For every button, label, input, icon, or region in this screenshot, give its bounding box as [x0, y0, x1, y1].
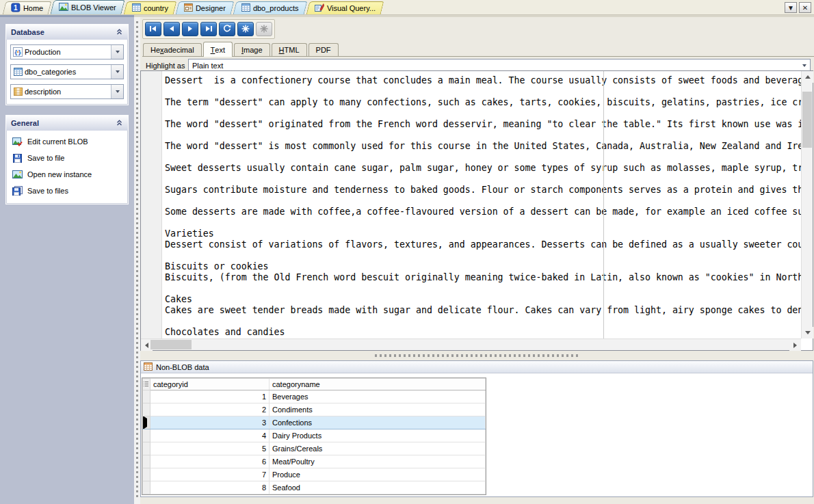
cell-categoryid[interactable]: 3	[150, 416, 270, 429]
grid-corner-cell[interactable]	[143, 379, 150, 390]
table-icon	[11, 68, 25, 76]
editor-line	[165, 283, 801, 294]
row-selector[interactable]	[143, 403, 150, 416]
table-row-condiments[interactable]: 2Condiments	[143, 403, 486, 416]
combo-description[interactable]: description	[10, 84, 124, 99]
panel-splitter[interactable]	[140, 351, 814, 360]
editor-line: Cakes are sweet tender breads made with …	[165, 305, 801, 316]
horizontal-scroll-thumb[interactable]	[150, 340, 192, 349]
window-close-button[interactable]: ✕	[799, 2, 811, 13]
blob-text-editor[interactable]: Dessert is a confectionery course that c…	[163, 71, 801, 339]
combo-production[interactable]: {}Production	[10, 44, 124, 59]
window-tab-country[interactable]: country	[124, 1, 177, 14]
general-panel-header[interactable]: General	[6, 116, 128, 131]
field-icon	[11, 88, 25, 96]
home-tab-icon: 1	[11, 3, 21, 14]
cell-categoryname[interactable]: Beverages	[270, 390, 486, 403]
table-row-produce[interactable]: 7Produce	[143, 468, 486, 481]
next-record-button[interactable]	[182, 22, 198, 36]
window-tab-home[interactable]: 1Home	[3, 1, 52, 14]
vertical-scroll-thumb[interactable]	[802, 92, 812, 148]
scroll-down-icon[interactable]	[802, 327, 813, 339]
save-file-icon	[12, 154, 23, 163]
row-selector[interactable]	[143, 468, 150, 481]
viewer-tab-html[interactable]: HTML	[272, 43, 307, 56]
cell-categoryid[interactable]: 6	[150, 455, 270, 468]
cell-categoryname[interactable]: Confections	[270, 416, 486, 429]
vertical-scrollbar[interactable]	[801, 71, 813, 339]
table-row-confections[interactable]: 3Confections	[143, 416, 486, 429]
table-row-grains-cereals[interactable]: 5Grains/Cereals	[143, 442, 486, 455]
scroll-right-icon[interactable]	[789, 339, 801, 351]
editor-line: Dessert consist of variations of flavors…	[165, 239, 801, 250]
cell-categoryname[interactable]: Meat/Poultry	[270, 455, 486, 468]
row-selector[interactable]	[143, 455, 150, 468]
scroll-up-icon[interactable]	[802, 71, 813, 83]
table-row-meat-poultry[interactable]: 6Meat/Poultry	[143, 455, 486, 468]
window-tab-visual-query[interactable]: Visual Query...	[306, 1, 384, 14]
prior-record-icon	[168, 25, 175, 34]
row-selector[interactable]	[143, 390, 150, 403]
window-menu-button[interactable]: ▼	[785, 2, 797, 13]
cell-categoryid[interactable]: 4	[150, 429, 270, 442]
autoload-button[interactable]	[237, 22, 254, 36]
table-row-dairy-products[interactable]: 4Dairy Products	[143, 429, 486, 442]
action-save-to-file[interactable]: Save to file	[10, 150, 124, 165]
last-record-button[interactable]	[200, 22, 217, 36]
database-panel-header[interactable]: Database	[6, 25, 128, 40]
combo-dbo_categories[interactable]: dbo_categories	[10, 64, 124, 79]
editor-line: Sweet desserts usually contain cane suga…	[165, 163, 801, 174]
prior-record-button[interactable]	[163, 22, 180, 36]
viewer-tab-strip: HexadecimalTextImageHTMLPDF	[142, 42, 814, 57]
viewer-tab-text[interactable]: Text	[203, 42, 233, 57]
table-row-seafood[interactable]: 8Seafood	[143, 481, 486, 494]
row-selector[interactable]	[143, 416, 150, 429]
editor-line: Biscuits or cookies	[165, 261, 801, 272]
chevron-down-icon[interactable]	[111, 65, 123, 79]
editor-line	[165, 86, 801, 97]
row-selector[interactable]	[143, 429, 150, 442]
window-tab-designer[interactable]: Designer	[176, 1, 235, 14]
action-save-to-files[interactable]: Save to files	[10, 183, 124, 198]
editor-line: The word "dessert" is most commonly used…	[165, 141, 801, 152]
horizontal-scrollbar[interactable]	[141, 339, 801, 350]
editor-line: Sugars contribute moisture and tendernes…	[165, 185, 801, 196]
highlight-as-value: Plain text	[192, 62, 223, 70]
collapse-chevron-icon[interactable]	[116, 119, 123, 128]
editor-line: The word "dessert" originated from the F…	[165, 119, 801, 130]
editor-line: Varieties	[165, 228, 801, 239]
cell-categoryid[interactable]: 7	[150, 468, 270, 481]
column-header-categoryname[interactable]: categoryname	[270, 379, 486, 390]
editor-line	[165, 108, 801, 119]
editor-line: Some desserts are made with coffee,a cof…	[165, 207, 801, 217]
chevron-down-icon[interactable]	[111, 45, 123, 59]
cell-categoryid[interactable]: 5	[150, 442, 270, 455]
autoload-icon	[241, 25, 250, 34]
table-row-beverages[interactable]: 1Beverages	[143, 390, 486, 403]
first-record-button[interactable]	[145, 22, 161, 36]
cell-categoryname[interactable]: Condiments	[270, 403, 486, 416]
cell-categoryname[interactable]: Dairy Products	[270, 429, 486, 442]
action-open-new-instance[interactable]: Open new instance	[10, 167, 124, 182]
cell-categoryname[interactable]: Produce	[270, 468, 486, 481]
cell-categoryname[interactable]: Seafood	[270, 481, 486, 494]
cell-categoryname[interactable]: Grains/Cereals	[270, 442, 486, 455]
collapse-chevron-icon[interactable]	[116, 28, 123, 37]
cell-categoryid[interactable]: 8	[150, 481, 270, 494]
cell-categoryid[interactable]: 1	[150, 390, 270, 403]
column-header-categoryid[interactable]: categoryid	[150, 379, 270, 390]
viewer-tab-pdf[interactable]: PDF	[308, 43, 339, 56]
action-edit-current-blob[interactable]: Edit current BLOB	[10, 134, 124, 149]
editor-line	[165, 152, 801, 163]
cell-categoryid[interactable]: 2	[150, 403, 270, 416]
sidebar-splitter[interactable]	[134, 17, 140, 504]
refresh-button[interactable]	[219, 22, 235, 36]
row-selector[interactable]	[143, 481, 150, 494]
row-selector[interactable]	[143, 442, 150, 455]
viewer-tab-image[interactable]: Image	[234, 43, 270, 56]
window-tab-dbo-products[interactable]: dbo_products	[233, 1, 307, 14]
window-tab-blob-viewer[interactable]: BLOB Viewer	[51, 0, 125, 14]
viewer-tab-hexadecimal[interactable]: Hexadecimal	[143, 43, 202, 56]
editor-line: Cakes	[165, 294, 801, 305]
chevron-down-icon[interactable]	[111, 85, 123, 98]
